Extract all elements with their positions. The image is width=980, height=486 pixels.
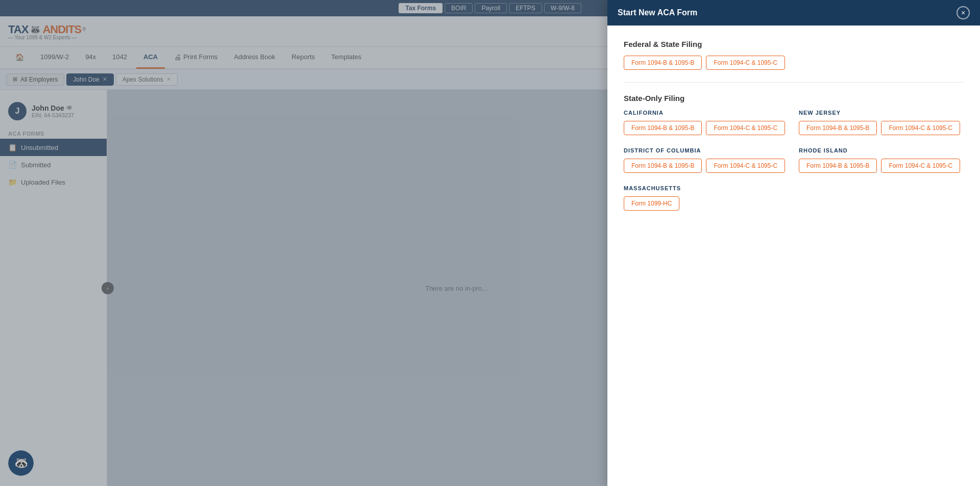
chatbot-icon: 🦝 — [8, 450, 34, 476]
federal-form-1094c-1095c-button[interactable]: Form 1094-C & 1095-C — [706, 56, 785, 70]
dc-form-buttons: Form 1094-B & 1095-B Form 1094-C & 1095-… — [624, 159, 789, 173]
state-massachusetts-label: MASSACHUSETTS — [624, 185, 789, 191]
state-massachusetts: MASSACHUSETTS Form 1099-HC — [624, 185, 789, 211]
state-nj-label: NEW JERSEY — [799, 110, 964, 116]
state-new-jersey: NEW JERSEY Form 1094-B & 1095-B Form 109… — [799, 110, 964, 135]
dc-form-1094b-1095b-button[interactable]: Form 1094-B & 1095-B — [624, 159, 702, 173]
modal-close-button[interactable]: × — [957, 6, 970, 19]
state-dc: DISTRICT OF COLUMBIA Form 1094-B & 1095-… — [624, 147, 789, 173]
federal-form-1094b-1095b-button[interactable]: Form 1094-B & 1095-B — [624, 56, 702, 70]
chatbot-button[interactable]: 🦝 — [8, 450, 34, 476]
ri-form-buttons: Form 1094-B & 1095-B Form 1094-C & 1095-… — [799, 159, 964, 173]
ri-form-1094c-1095c-button[interactable]: Form 1094-C & 1095-C — [881, 159, 960, 173]
start-new-aca-form-modal: Start New ACA Form × Federal & State Fil… — [607, 0, 980, 486]
modal-body: Federal & State Filing Form 1094-B & 109… — [607, 25, 980, 486]
california-form-buttons: Form 1094-B & 1095-B Form 1094-C & 1095-… — [624, 121, 789, 135]
ri-form-1094b-1095b-button[interactable]: Form 1094-B & 1095-B — [799, 159, 877, 173]
ma-form-1099hc-button[interactable]: Form 1099-HC — [624, 196, 679, 211]
federal-section-title: Federal & State Filing — [624, 40, 964, 48]
section-divider — [624, 82, 964, 83]
state-col-right: NEW JERSEY Form 1094-B & 1095-B Form 109… — [799, 110, 964, 223]
state-ri-label: RHODE ISLAND — [799, 147, 964, 154]
nj-form-buttons: Form 1094-B & 1095-B Form 1094-C & 1095-… — [799, 121, 964, 135]
state-dc-label: DISTRICT OF COLUMBIA — [624, 147, 789, 154]
state-col-left: CALIFORNIA Form 1094-B & 1095-B Form 109… — [624, 110, 789, 223]
dc-form-1094c-1095c-button[interactable]: Form 1094-C & 1095-C — [706, 159, 785, 173]
ca-form-1094b-1095b-button[interactable]: Form 1094-B & 1095-B — [624, 121, 702, 135]
nj-form-1094b-1095b-button[interactable]: Form 1094-B & 1095-B — [799, 121, 877, 135]
state-section-title: State-Only Filing — [624, 94, 964, 103]
modal-overlay: Start New ACA Form × Federal & State Fil… — [0, 0, 980, 486]
ca-form-1094c-1095c-button[interactable]: Form 1094-C & 1095-C — [706, 121, 785, 135]
modal-title: Start New ACA Form — [618, 8, 697, 17]
state-california: CALIFORNIA Form 1094-B & 1095-B Form 109… — [624, 110, 789, 135]
state-california-label: CALIFORNIA — [624, 110, 789, 116]
state-rhode-island: RHODE ISLAND Form 1094-B & 1095-B Form 1… — [799, 147, 964, 173]
nj-form-1094c-1095c-button[interactable]: Form 1094-C & 1095-C — [881, 121, 960, 135]
federal-form-buttons: Form 1094-B & 1095-B Form 1094-C & 1095-… — [624, 56, 964, 70]
ma-form-buttons: Form 1099-HC — [624, 196, 789, 211]
modal-header: Start New ACA Form × — [607, 0, 980, 25]
state-filing-grid: CALIFORNIA Form 1094-B & 1095-B Form 109… — [624, 110, 964, 223]
